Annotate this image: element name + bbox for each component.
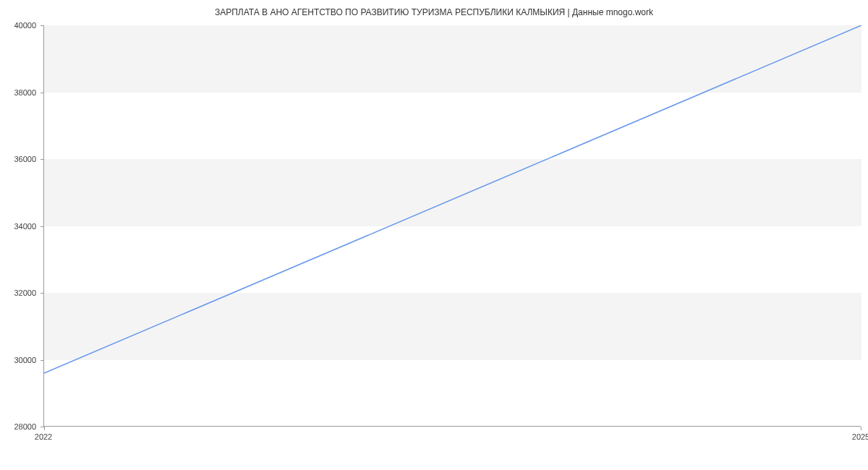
y-tick-label: 30000 — [0, 356, 36, 364]
chart-plot-area: 40000 38000 36000 34000 32000 30000 2800… — [43, 25, 861, 427]
y-tick-label: 32000 — [0, 289, 36, 297]
chart-title: ЗАРПЛАТА В АНО АГЕНТСТВО ПО РАЗВИТИЮ ТУР… — [0, 0, 868, 17]
plot-background — [43, 25, 861, 427]
y-tick-label: 38000 — [0, 88, 36, 97]
y-tick-label: 28000 — [0, 422, 36, 431]
x-tick-label: 2025 — [852, 432, 868, 441]
x-tick — [44, 427, 45, 430]
chart-line-series — [44, 25, 861, 427]
x-tick — [861, 427, 861, 430]
x-tick-label: 2022 — [35, 432, 52, 441]
y-tick-label: 34000 — [0, 222, 36, 231]
y-tick-label: 40000 — [0, 21, 36, 30]
y-tick-label: 36000 — [0, 155, 36, 163]
